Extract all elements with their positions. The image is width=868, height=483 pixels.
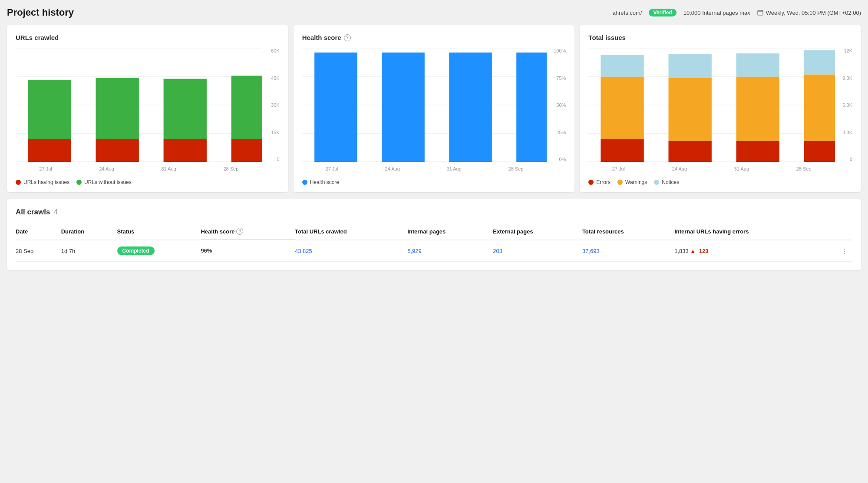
svg-rect-16: [231, 76, 262, 139]
health-y-axis: 100% 75% 50% 25% 0%: [548, 48, 566, 162]
svg-rect-9: [28, 139, 71, 162]
col-actions: [831, 223, 852, 240]
total-issues-card: Total issues 12K 9.0K 6.0K 3.0K 0: [580, 25, 861, 192]
legend-issues: URLs having issues: [16, 179, 69, 185]
legend-errors: Errors: [588, 179, 611, 185]
cell-internal-pages: 5,929: [407, 240, 493, 262]
svg-rect-13: [164, 139, 207, 162]
urls-crawled-chart-area: 60K 45K 30K 15K 0: [16, 48, 280, 174]
total-issues-svg: [588, 48, 835, 162]
errors-delta: 123: [699, 248, 709, 254]
issues-y-axis: 12K 9.0K 6.0K 3.0K 0: [837, 48, 852, 162]
row-actions-menu[interactable]: ⋮: [831, 240, 852, 262]
error-triangle-icon: ▲: [690, 248, 696, 254]
col-errors: Internal URLs having errors: [674, 223, 831, 240]
col-total-urls: Total URLs crawled: [295, 223, 407, 240]
table-row: 28 Sep 1d 7h Completed 96% 43,825 5,929 …: [16, 240, 852, 262]
svg-rect-38: [736, 77, 779, 141]
table-section: All crawls 4 Date Duration Status Health…: [7, 199, 861, 270]
page-wrapper: Project history ahrefs.com/ Verified 10,…: [0, 0, 868, 277]
health-score-table-help-icon[interactable]: ?: [236, 228, 243, 235]
health-score-svg: [302, 48, 547, 162]
internal-pages-link[interactable]: 5,929: [407, 248, 422, 254]
verified-badge: Verified: [649, 9, 676, 16]
svg-rect-0: [758, 10, 763, 15]
cell-duration: 1d 7h: [61, 240, 117, 262]
health-legend: Health score: [302, 179, 566, 185]
svg-rect-36: [669, 54, 712, 78]
legend-health-score: Health score: [302, 179, 339, 185]
legend-dot-issues: [16, 180, 21, 185]
urls-crawled-title: URLs crawled: [16, 34, 280, 41]
svg-rect-37: [736, 141, 779, 162]
col-total-resources: Total resources: [582, 223, 674, 240]
urls-legend: URLs having issues URLs without issues: [16, 179, 280, 185]
svg-rect-34: [669, 141, 712, 162]
svg-rect-10: [28, 80, 71, 139]
calendar-icon: [757, 10, 763, 16]
health-score-help-icon[interactable]: ?: [344, 34, 351, 41]
legend-no-issues: URLs without issues: [76, 179, 132, 185]
table-header: All crawls 4: [16, 208, 852, 217]
legend-dot-warnings: [617, 180, 623, 185]
header-meta: ahrefs.com/ Verified 10,000 Internal pag…: [613, 9, 861, 16]
urls-y-axis: 60K 45K 30K 15K 0: [264, 48, 280, 162]
cell-external-pages: 203: [493, 240, 582, 262]
svg-rect-25: [516, 53, 547, 162]
svg-rect-15: [231, 139, 262, 162]
cell-health-score: 96%: [201, 240, 295, 262]
svg-rect-23: [382, 53, 425, 162]
col-date: Date: [16, 223, 61, 240]
svg-rect-39: [736, 53, 779, 76]
health-x-axis: 27 Jul 24 Aug 31 Aug 28 Sep: [302, 164, 547, 174]
svg-rect-24: [449, 53, 492, 162]
page-header: Project history ahrefs.com/ Verified 10,…: [7, 7, 861, 18]
legend-dot-errors: [588, 180, 594, 185]
health-score-title: Health score ?: [302, 34, 566, 41]
total-urls-link[interactable]: 43,825: [295, 248, 312, 254]
svg-rect-14: [164, 79, 207, 139]
svg-rect-35: [669, 78, 712, 141]
col-duration: Duration: [61, 223, 117, 240]
svg-rect-31: [601, 139, 644, 162]
cell-total-resources: 37,693: [582, 240, 674, 262]
svg-rect-41: [804, 74, 835, 141]
col-health-score: Health score ?: [201, 223, 295, 240]
urls-x-axis: 27 Jul 24 Aug 31 Aug 28 Sep: [16, 164, 262, 174]
table-title: All crawls: [16, 208, 50, 217]
col-internal-pages: Internal pages: [407, 223, 493, 240]
svg-rect-33: [601, 55, 644, 76]
charts-row: URLs crawled 60K 45K 30K 15K 0: [7, 25, 861, 192]
legend-dot-no-issues: [76, 180, 82, 185]
total-resources-link[interactable]: 37,693: [582, 248, 600, 254]
schedule-text: Weekly, Wed, 05:00 PM (GMT+02:00): [766, 10, 861, 16]
schedule-meta: Weekly, Wed, 05:00 PM (GMT+02:00): [757, 10, 861, 16]
svg-rect-40: [804, 141, 835, 162]
page-title: Project history: [7, 7, 74, 18]
svg-rect-12: [96, 78, 139, 139]
cell-total-urls: 43,825: [295, 240, 407, 262]
domain-label: ahrefs.com/: [613, 10, 642, 16]
urls-crawled-card: URLs crawled 60K 45K 30K 15K 0: [7, 25, 288, 192]
legend-warnings: Warnings: [617, 179, 647, 185]
legend-dot-notices: [654, 180, 659, 185]
cell-errors: 1,833 ▲ 123: [674, 240, 831, 262]
issues-x-axis: 27 Jul 24 Aug 31 Aug 28 Sep: [588, 164, 835, 174]
total-issues-chart-area: 12K 9.0K 6.0K 3.0K 0: [588, 48, 852, 174]
health-score-card: Health score ? 100% 75% 50% 25% 0%: [294, 25, 575, 192]
col-status: Status: [117, 223, 201, 240]
legend-notices: Notices: [654, 179, 679, 185]
crawls-table: Date Duration Status Health score ? Tota…: [16, 223, 852, 262]
svg-rect-22: [314, 53, 357, 162]
issues-legend: Errors Warnings Notices: [588, 179, 852, 185]
external-pages-link[interactable]: 203: [493, 248, 502, 254]
legend-dot-health: [302, 180, 307, 185]
svg-rect-42: [804, 50, 835, 74]
health-score-chart-area: 100% 75% 50% 25% 0%: [302, 48, 566, 174]
svg-rect-32: [601, 77, 644, 139]
cell-date: 28 Sep: [16, 240, 61, 262]
status-badge: Completed: [117, 246, 155, 255]
total-issues-title: Total issues: [588, 34, 852, 41]
crawl-count: 4: [53, 208, 57, 217]
table-header-row: Date Duration Status Health score ? Tota…: [16, 223, 852, 240]
